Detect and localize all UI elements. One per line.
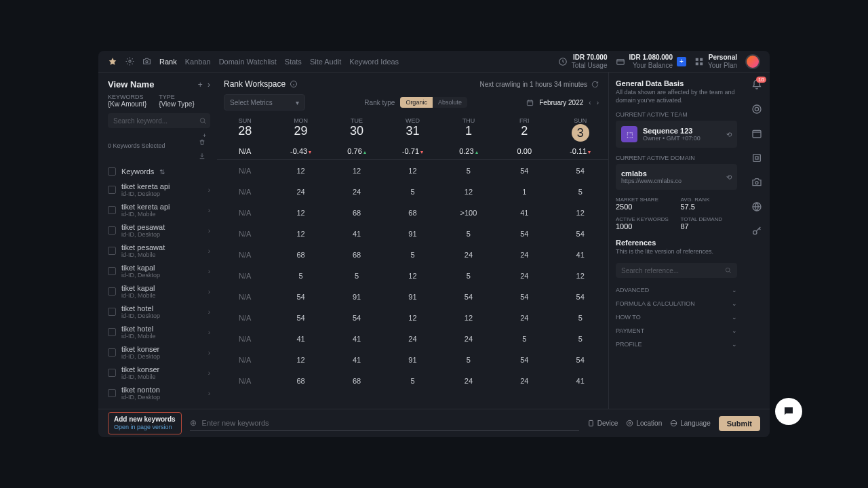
data-cell[interactable]: 91 [384,293,440,301]
data-cell[interactable]: 54 [553,230,608,238]
reference-search[interactable] [616,263,737,278]
data-cell[interactable]: 5 [553,335,608,343]
delete-icon[interactable] [199,139,210,146]
data-cell[interactable]: N/A [217,230,273,238]
keyword-row[interactable]: tiket kapalid-ID, Mobile› [108,281,210,302]
domain-refresh-icon[interactable]: ⟲ [726,174,732,181]
keyword-checkbox[interactable] [108,226,116,235]
keyword-row[interactable]: tiket pesawatid-ID, Mobile› [108,241,210,261]
data-cell[interactable]: 68 [329,209,384,217]
data-cell[interactable]: N/A [217,251,273,259]
nav-kanban[interactable]: Kanban [185,58,211,66]
keyword-row[interactable]: tiket konserid-ID, Mobile› [108,363,210,383]
nav-keyword-ideas[interactable]: Keyword Ideas [349,58,399,66]
data-cell[interactable]: N/A [217,167,273,175]
data-cell[interactable]: 68 [329,251,384,259]
data-cell[interactable]: 41 [553,377,608,385]
nav-rank[interactable]: Rank [159,58,177,66]
data-cell[interactable]: 24 [384,335,440,343]
keyword-checkbox[interactable] [108,308,116,316]
data-cell[interactable]: 41 [329,230,384,238]
data-cell[interactable]: 5 [553,314,608,322]
data-cell[interactable]: 24 [496,251,552,259]
data-cell[interactable]: 5 [496,335,552,343]
data-cell[interactable]: 5 [329,272,384,280]
data-cell[interactable]: N/A [217,272,273,280]
day-column[interactable]: SUN28 [217,115,273,147]
location-option[interactable]: Location [626,420,662,427]
data-cell[interactable]: 12 [553,209,608,217]
keyword-row[interactable]: tiket hotelid-ID, Desktop› [108,302,210,322]
bell-icon[interactable]: 10 [751,79,762,90]
keyword-row[interactable]: tiket kereta apiid-ID, Desktop› [108,180,210,200]
data-cell[interactable]: 54 [553,167,608,175]
organic-pill[interactable]: Organic [400,97,433,108]
avatar[interactable] [745,54,760,69]
data-cell[interactable]: 54 [441,293,496,301]
data-cell[interactable]: N/A [217,293,273,301]
select-all-checkbox[interactable] [108,167,116,176]
keyword-checkbox[interactable] [108,369,116,377]
keyword-checkbox[interactable] [108,267,116,275]
export-icon[interactable] [199,152,210,159]
data-cell[interactable]: 54 [496,293,552,301]
new-keywords-input[interactable] [202,419,579,427]
day-column[interactable]: TUE30 [329,115,384,147]
data-cell[interactable]: 12 [553,272,608,280]
data-cell[interactable]: >100 [441,209,496,217]
data-cell[interactable]: 12 [384,272,440,280]
data-cell[interactable]: 54 [553,293,608,301]
accordion-profile[interactable]: PROFILE⌄ [616,338,737,351]
refresh-icon[interactable] [591,81,599,88]
data-cell[interactable]: 12 [273,230,328,238]
box-icon[interactable] [751,152,762,163]
data-cell[interactable]: 5 [441,272,496,280]
day-column[interactable]: MON29 [273,115,328,147]
data-cell[interactable]: 41 [273,335,328,343]
day-column[interactable]: FRI2 [496,115,552,147]
data-cell[interactable]: 91 [329,293,384,301]
data-cell[interactable]: 91 [384,356,440,364]
data-cell[interactable]: N/A [217,314,273,322]
data-cell[interactable]: 12 [273,356,328,364]
data-cell[interactable]: N/A [217,377,273,385]
team-refresh-icon[interactable]: ⟲ [726,131,732,138]
data-cell[interactable]: 41 [329,335,384,343]
target-icon[interactable] [751,104,762,115]
keyword-checkbox[interactable] [108,287,116,296]
data-cell[interactable]: 54 [273,314,328,322]
day-column[interactable]: SUN3 [553,115,608,147]
day-column[interactable]: WED31 [384,115,440,147]
data-cell[interactable]: 68 [273,251,328,259]
keyword-row[interactable]: tiket konserid-ID, Desktop› [108,342,210,363]
submit-button[interactable]: Submit [719,416,760,431]
metrics-select[interactable]: Select Metrics▾ [224,94,305,110]
next-view-button[interactable]: › [208,80,210,89]
data-cell[interactable]: 5 [384,377,440,385]
day-column[interactable]: THU1 [441,115,496,147]
data-cell[interactable]: 91 [384,230,440,238]
keyword-row[interactable]: tiket kapalid-ID, Desktop› [108,261,210,281]
data-cell[interactable]: 24 [329,188,384,196]
data-cell[interactable]: 24 [441,335,496,343]
data-cell[interactable]: 54 [273,293,328,301]
absolute-pill[interactable]: Absolute [433,97,467,108]
add-balance-button[interactable]: + [677,57,686,66]
domain-card[interactable]: cmlabshttps://www.cmlabs.co ⟲ [616,164,737,190]
data-cell[interactable]: 5 [384,251,440,259]
keyword-row[interactable]: tiket pesawatid-ID, Desktop› [108,220,210,241]
sort-icon[interactable]: ⇅ [159,168,165,176]
data-cell[interactable]: 68 [273,377,328,385]
data-cell[interactable]: 12 [441,314,496,322]
globe-icon[interactable] [751,201,762,212]
data-cell[interactable]: 12 [329,167,384,175]
nav-stats[interactable]: Stats [285,58,302,66]
data-cell[interactable]: 68 [329,377,384,385]
data-cell[interactable]: 24 [496,377,552,385]
team-card[interactable]: ⬚ Sequence 123Owner • GMT +07:00 ⟲ [616,121,737,148]
prev-date-button[interactable]: ‹ [589,99,591,106]
data-cell[interactable]: 24 [441,377,496,385]
data-cell[interactable]: 5 [273,272,328,280]
data-cell[interactable]: 24 [441,251,496,259]
data-cell[interactable]: 5 [441,356,496,364]
